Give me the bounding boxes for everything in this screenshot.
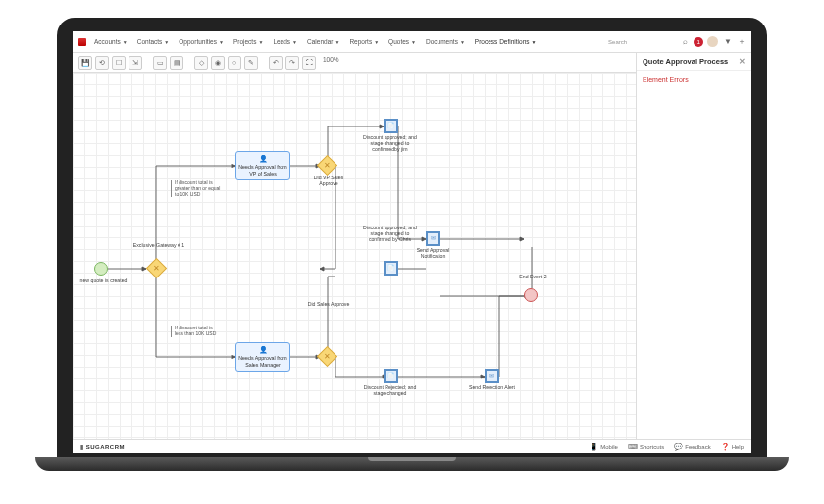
panel-title: Quote Approval Process bbox=[643, 57, 728, 66]
start-event[interactable] bbox=[94, 262, 108, 276]
user-task-icon: 👤 bbox=[259, 346, 268, 354]
nav-opportunities[interactable]: Opportunities▼ bbox=[179, 38, 224, 45]
annotation-bottom: If discount total is less than 10K USD bbox=[171, 326, 222, 337]
task-vp-approval[interactable]: 👤 Needs Approval from VP of Sales bbox=[235, 151, 290, 180]
tool-event-1[interactable]: ◉ bbox=[211, 56, 225, 70]
nav-quotes[interactable]: Quotes▼ bbox=[388, 38, 416, 45]
annotation-top: If discount total is greater than or equ… bbox=[171, 180, 222, 197]
event-discount-approved-vp[interactable]: 📄 bbox=[384, 119, 398, 133]
event-discount-approved-mgr[interactable]: 📄 bbox=[384, 261, 398, 276]
footer-shortcuts[interactable]: ⌨Shortcuts bbox=[628, 443, 664, 451]
top-nav: Accounts▼ Contacts▼ Opportunities▼ Proje… bbox=[73, 31, 751, 53]
event-send-rejection[interactable]: ✉ bbox=[485, 369, 499, 383]
start-event-label: new quote is created bbox=[77, 278, 130, 284]
send-rejection-label: Send Rejection Alert bbox=[465, 385, 519, 391]
search-input[interactable]: Search bbox=[608, 39, 677, 45]
tool-gateway[interactable]: ◇ bbox=[194, 56, 208, 70]
nav-projects[interactable]: Projects▼ bbox=[233, 38, 263, 45]
search-icon[interactable]: ⌕ bbox=[683, 37, 688, 46]
nav-calendar[interactable]: Calendar▼ bbox=[307, 38, 339, 45]
nav-contacts[interactable]: Contacts▼ bbox=[137, 38, 170, 45]
nav-documents[interactable]: Documents▼ bbox=[426, 38, 465, 45]
tool-save[interactable]: 💾 bbox=[78, 56, 92, 70]
tool-event-2[interactable]: ○ bbox=[228, 56, 241, 70]
tool-subprocess[interactable]: ▤ bbox=[170, 56, 183, 70]
footer-brand: ▮ SUGARCRM bbox=[80, 443, 125, 450]
tool-task[interactable]: ▭ bbox=[153, 56, 167, 70]
user-avatar[interactable] bbox=[707, 36, 718, 47]
help-icon: ❓ bbox=[721, 443, 730, 451]
gateway-sales-approve[interactable]: ✕ bbox=[317, 346, 337, 367]
event-mid-label: Discount approved; and stage changed to … bbox=[363, 226, 417, 243]
notification-badge[interactable]: 1 bbox=[694, 37, 703, 47]
tool-annotation[interactable]: ✎ bbox=[244, 56, 258, 70]
tool-export[interactable]: ⇲ bbox=[129, 56, 142, 70]
send-approval-label: Send Approval Notification bbox=[406, 248, 460, 260]
gateway-1-label: Exclusive Gateway # 1 bbox=[129, 243, 188, 249]
event-send-approval[interactable]: ✉ bbox=[426, 231, 440, 246]
tool-refresh[interactable]: ⟲ bbox=[95, 56, 109, 70]
event-discount-rejected[interactable]: 📄 bbox=[384, 369, 398, 383]
gateway-3-label: Did Sales Approve bbox=[304, 302, 353, 308]
close-panel-icon[interactable]: ✕ bbox=[739, 57, 746, 66]
nav-accounts[interactable]: Accounts▼ bbox=[94, 38, 128, 45]
mobile-icon: 📱 bbox=[590, 443, 598, 451]
user-task-icon: 👤 bbox=[259, 155, 268, 163]
zoom-level: 100% bbox=[323, 56, 339, 70]
event-top-label: Discount approved; and stage changed to … bbox=[363, 135, 417, 153]
gateway-2-label: Did VP Sales Approve bbox=[304, 176, 353, 187]
gateway-vp-approve[interactable]: ✕ bbox=[317, 155, 337, 176]
end-event[interactable] bbox=[524, 288, 538, 302]
user-menu-caret[interactable]: ▼ bbox=[724, 37, 732, 46]
element-errors-heading[interactable]: Element Errors bbox=[637, 71, 751, 89]
tool-box[interactable]: ☐ bbox=[112, 56, 126, 70]
nav-leads[interactable]: Leads▼ bbox=[273, 38, 297, 45]
keyboard-icon: ⌨ bbox=[628, 443, 638, 451]
tool-undo[interactable]: ↶ bbox=[269, 56, 283, 70]
add-icon[interactable]: ＋ bbox=[738, 36, 746, 47]
footer-feedback[interactable]: 💬Feedback bbox=[674, 443, 710, 451]
tool-zoom-fit[interactable]: ⛶ bbox=[302, 56, 316, 70]
app-logo bbox=[78, 38, 86, 46]
task-mgr-approval[interactable]: 👤 Needs Approval from Sales Manager bbox=[235, 342, 290, 372]
chat-icon: 💬 bbox=[674, 443, 683, 451]
bpmn-canvas[interactable]: new quote is created ✕ Exclusive Gateway… bbox=[73, 73, 636, 439]
end-event-label: End Event 2 bbox=[506, 275, 560, 280]
event-bot-label: Discount Rejected; and stage changed bbox=[363, 385, 417, 397]
gateway-1[interactable]: ✕ bbox=[146, 258, 167, 278]
nav-process-definitions[interactable]: Process Definitions▼ bbox=[475, 38, 537, 45]
footer-bar: ▮ SUGARCRM 📱Mobile ⌨Shortcuts 💬Feedback … bbox=[73, 439, 751, 453]
nav-reports[interactable]: Reports▼ bbox=[349, 38, 379, 45]
footer-mobile[interactable]: 📱Mobile bbox=[590, 443, 618, 451]
tool-redo[interactable]: ↷ bbox=[285, 56, 299, 70]
footer-help[interactable]: ❓Help bbox=[721, 443, 744, 451]
properties-panel: Quote Approval Process ✕ Element Errors bbox=[636, 53, 751, 439]
